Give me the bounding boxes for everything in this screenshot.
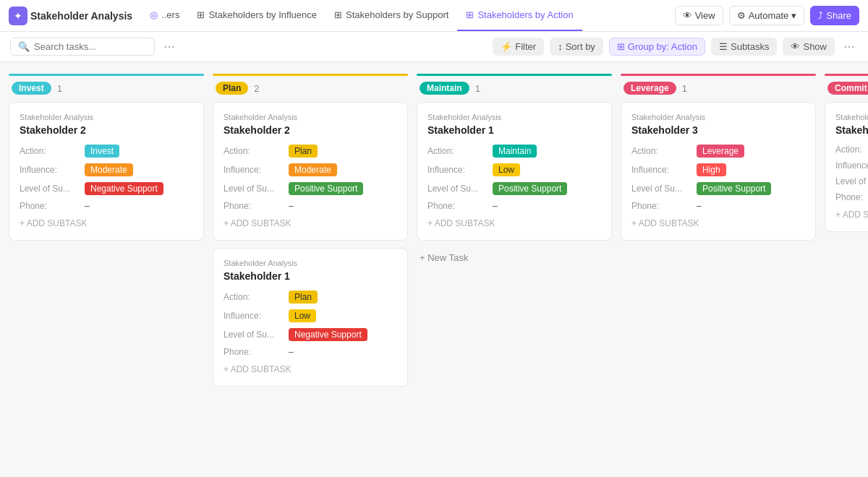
card-commit-1: Stakeholder Analysis Stakehol… Action: I… [825, 102, 868, 232]
card: Stakeholder Analysis Stakehol… Action: I… [825, 102, 868, 232]
tab-support-icon: ⊞ [334, 9, 342, 20]
filter-icon: ⚡ [501, 41, 512, 52]
badge-plan: Plan [216, 82, 248, 95]
column-leverage: Leverage 1 Stakeholder Analysis Stakehol… [621, 74, 816, 248]
action-tag: Plan [289, 291, 318, 304]
badge-commit: Commit [827, 82, 868, 95]
influence-tag: Low [493, 163, 520, 176]
card-field-phone: Phone: – [224, 201, 397, 211]
eye-icon: 👁 [683, 10, 692, 21]
sort-icon: ↕ [558, 41, 563, 52]
tab-action-label: Stakeholders by Action [477, 9, 573, 20]
card-project: Stakeholder Analysis [427, 113, 601, 121]
col-plan-count: 2 [254, 83, 259, 94]
card-invest-1: Stakeholder Analysis Stakeholder 2 Actio… [9, 102, 204, 241]
influence-tag: Low [289, 309, 316, 322]
card-field-support: Level of Su... Positive Support [427, 182, 601, 195]
tab-by-support[interactable]: ⊞ Stakeholders by Support [326, 0, 457, 31]
tab-by-action[interactable]: ⊞ Stakeholders by Action [457, 0, 582, 31]
show-button[interactable]: 👁 Show [783, 38, 835, 56]
support-tag: Positive Support [697, 182, 771, 195]
card-project: Stakeholder Analysis [20, 113, 193, 121]
support-tag: Positive Support [289, 182, 363, 195]
badge-leverage: Leverage [624, 82, 676, 95]
card-plan-2: Stakeholder Analysis Stakeholder 1 Actio… [213, 248, 408, 387]
group-button[interactable]: ⊞ Group by: Action [609, 38, 705, 56]
influence-tag: Moderate [85, 163, 133, 176]
action-tag: Plan [289, 145, 318, 158]
column-commit: Commit 1 Stakeholder Analysis Stakehol… … [825, 74, 868, 239]
card-field-support: Level of S… [835, 176, 868, 186]
search-icon: 🔍 [18, 41, 30, 52]
card-title: Stakeholder 2 [224, 124, 397, 136]
show-icon: 👁 [791, 41, 800, 52]
card-title: Stakeholder 1 [427, 124, 601, 136]
column-invest: Invest 1 Stakeholder Analysis Stakeholde… [9, 74, 204, 248]
column-plan: Plan 2 Stakeholder Analysis Stakeholder … [213, 74, 408, 394]
card: Stakeholder Analysis Stakeholder 2 Actio… [213, 102, 408, 241]
card-field-phone: Phone: – [224, 347, 397, 357]
card-field-phone: Phone: – [427, 201, 601, 211]
card: Stakeholder Analysis Stakeholder 1 Actio… [213, 248, 408, 387]
app-icon: ✦ [9, 7, 27, 25]
search-box[interactable]: 🔍 [10, 38, 155, 56]
automate-icon: ⚙ [737, 10, 746, 21]
automate-button[interactable]: ⚙ Automate ▾ [729, 6, 805, 25]
share-button[interactable]: ⤴ Share [810, 6, 859, 25]
card-field-support: Level of Su... Negative Support [224, 328, 397, 341]
card-maintain-1: Stakeholder Analysis Stakeholder 1 Actio… [417, 102, 612, 241]
card: Stakeholder Analysis Stakeholder 1 Actio… [417, 102, 612, 241]
search-input[interactable] [34, 41, 147, 52]
subtasks-button[interactable]: ☰ Subtasks [711, 38, 777, 56]
card-field-influence: Influence: Moderate [20, 163, 193, 176]
card-field-phone: Phone: – [20, 201, 193, 211]
support-tag: Negative Support [85, 182, 163, 195]
card-field-influence: Influence: Low [427, 163, 601, 176]
card-field-influence: Influence: Low [224, 309, 397, 322]
more-options-icon[interactable]: ⋯ [161, 38, 178, 55]
phone-label: Phone: [20, 201, 85, 211]
add-subtask-button[interactable]: + ADD SUBTASK [427, 217, 601, 230]
card-field-influence: Influence: Moderate [224, 163, 397, 176]
add-subtask-button[interactable]: + ADD SUBTA… [835, 208, 868, 221]
filter-button[interactable]: ⚡ Filter [493, 38, 544, 56]
column-maintain: Maintain 1 Stakeholder Analysis Stakehol… [417, 74, 612, 267]
card-plan-1: Stakeholder Analysis Stakeholder 2 Actio… [213, 102, 408, 241]
card-field-action: Action: [835, 145, 868, 155]
card-title: Stakeholder 1 [224, 270, 397, 282]
action-tag: Maintain [493, 145, 537, 158]
add-subtask-button[interactable]: + ADD SUBTASK [224, 217, 397, 230]
new-task-button[interactable]: + New Task [417, 248, 612, 267]
action-label: Action: [20, 146, 85, 156]
action-tag: Leverage [697, 145, 744, 158]
card-field-action: Action: Leverage [631, 145, 805, 158]
nav-actions: 👁 View ⚙ Automate ▾ ⤴ Share [675, 6, 859, 25]
col-leverage-count: 1 [682, 83, 687, 94]
add-subtask-button[interactable]: + ADD SUBTASK [631, 217, 805, 230]
support-label: Level of Su... [20, 184, 85, 194]
tab-action-icon: ⊞ [466, 9, 474, 20]
subtasks-icon: ☰ [719, 41, 728, 52]
card-leverage-1: Stakeholder Analysis Stakeholder 3 Actio… [621, 102, 816, 241]
app-title: Stakeholder Analysis [30, 10, 132, 22]
badge-maintain: Maintain [420, 82, 469, 95]
card-field-influence: Influence: High [631, 163, 805, 176]
add-subtask-button[interactable]: + ADD SUBTASK [20, 217, 193, 230]
card: Stakeholder Analysis Stakeholder 3 Actio… [621, 102, 816, 241]
card-project: Stakeholder Analysis [835, 113, 868, 121]
sort-button[interactable]: ↕ Sort by [550, 38, 603, 56]
more-toolbar-icon[interactable]: ⋯ [841, 38, 858, 55]
column-header-leverage: Leverage 1 [621, 82, 816, 102]
top-nav: ✦ Stakeholder Analysis ◎ ..ers ⊞ Stakeho… [0, 0, 868, 32]
view-button[interactable]: 👁 View [675, 6, 723, 25]
group-icon: ⊞ [617, 41, 625, 52]
card-field-support: Level of Su... Positive Support [224, 182, 397, 195]
column-header-invest: Invest 1 [9, 82, 204, 102]
card-field-support: Level of Su... Positive Support [631, 182, 805, 195]
add-subtask-button[interactable]: + ADD SUBTASK [224, 363, 397, 376]
action-tag: Invest [85, 145, 119, 158]
card-field-phone: Phone: [835, 192, 868, 202]
tab-holders[interactable]: ◎ ..ers [141, 0, 188, 31]
tab-by-influence[interactable]: ⊞ Stakeholders by Influence [188, 0, 326, 31]
support-tag: Negative Support [289, 328, 367, 341]
